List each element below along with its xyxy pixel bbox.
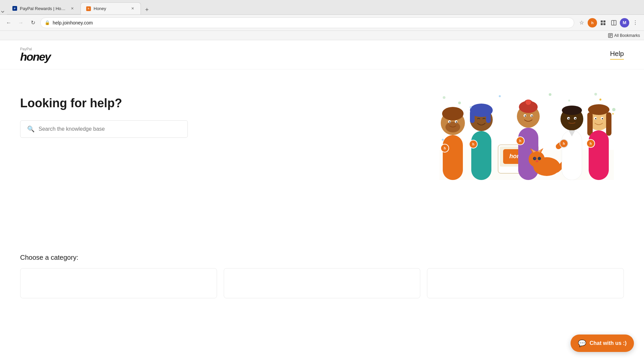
category-card-2[interactable]	[224, 268, 421, 298]
split-view-button[interactable]	[609, 18, 619, 27]
back-button[interactable]: ←	[4, 18, 13, 27]
chat-widget[interactable]: 💬 Chat with us :)	[571, 335, 634, 352]
bookmark-star-button[interactable]: ☆	[577, 18, 586, 27]
svg-text:h: h	[590, 142, 592, 145]
extensions-button[interactable]	[598, 18, 608, 27]
tab-paypal-favicon: P	[12, 6, 17, 11]
svg-point-70	[602, 118, 603, 119]
tab-list-dropdown[interactable]	[0, 9, 5, 14]
svg-point-74	[458, 102, 461, 104]
dot-2	[470, 106, 472, 108]
bottom-section: Choose a category:	[0, 244, 644, 308]
svg-point-77	[599, 99, 601, 101]
tab-honey-close[interactable]: ✕	[130, 6, 135, 11]
help-nav[interactable]: Help	[610, 50, 624, 60]
chat-label: Chat with us :)	[590, 340, 627, 346]
svg-point-35	[526, 100, 531, 105]
search-box[interactable]: 🔍	[20, 120, 188, 138]
svg-rect-1	[603, 20, 605, 22]
page-content: PayPal honey Help Looking for help? 🔍	[0, 40, 644, 362]
svg-rect-71	[589, 130, 609, 180]
address-bar-row: ← → ↻ 🔒 help.joinhoney.com ☆ h M ⋮	[0, 15, 644, 31]
svg-point-17	[456, 121, 457, 123]
svg-point-59	[575, 118, 576, 119]
svg-point-12	[442, 107, 464, 120]
svg-text:h: h	[444, 146, 446, 150]
honey-extension-button[interactable]: h	[588, 18, 597, 27]
svg-point-39	[531, 115, 533, 117]
tab-bar: P PayPal Rewards | Honey ✕ h Honey ✕ +	[0, 0, 644, 15]
tab-honey-label: Honey	[94, 6, 127, 11]
dot-5	[568, 100, 570, 102]
svg-rect-2	[601, 23, 603, 25]
hero-title: Looking for help?	[20, 96, 429, 110]
category-card-1[interactable]	[20, 268, 217, 298]
hero-section: Looking for help? 🔍	[0, 69, 644, 244]
new-tab-button[interactable]: +	[142, 5, 152, 14]
svg-rect-66	[606, 112, 611, 136]
dot-4	[612, 113, 614, 115]
search-icon: 🔍	[27, 125, 35, 133]
tab-honey-favicon: h	[86, 6, 91, 11]
honey-text: honey	[20, 51, 50, 62]
chat-icon: 💬	[578, 339, 586, 347]
svg-rect-25	[471, 131, 491, 180]
svg-point-69	[595, 118, 596, 119]
svg-text:h: h	[472, 142, 474, 146]
address-bar[interactable]: 🔒 help.joinhoney.com	[40, 17, 574, 28]
category-cards	[20, 268, 624, 298]
help-link[interactable]: Help	[610, 50, 624, 58]
more-options-button[interactable]: ⋮	[631, 18, 640, 27]
tab-paypal-label: PayPal Rewards | Honey	[20, 6, 67, 11]
svg-point-55	[562, 106, 582, 115]
svg-rect-23	[470, 110, 475, 123]
dot-1	[443, 96, 445, 99]
svg-rect-24	[486, 110, 491, 123]
category-card-3[interactable]	[427, 268, 624, 298]
svg-point-75	[499, 95, 501, 97]
lock-icon: 🔒	[45, 20, 50, 25]
bookmarks-bar: All Bookmarks	[0, 31, 644, 40]
svg-point-58	[568, 118, 570, 119]
svg-point-38	[525, 115, 526, 117]
all-bookmarks-button[interactable]: All Bookmarks	[608, 33, 640, 38]
honey-logo[interactable]: PayPal honey	[20, 47, 50, 62]
browser-window: P PayPal Rewards | Honey ✕ h Honey ✕ + ←…	[0, 0, 644, 362]
search-input[interactable]	[39, 126, 181, 132]
svg-point-78	[612, 108, 615, 111]
svg-point-45	[529, 151, 545, 167]
svg-rect-3	[603, 23, 605, 25]
tab-paypal-rewards[interactable]: P PayPal Rewards | Honey ✕	[7, 2, 80, 14]
all-bookmarks-label: All Bookmarks	[614, 33, 640, 38]
category-title: Choose a category:	[20, 254, 624, 261]
svg-rect-18	[443, 135, 463, 180]
svg-rect-65	[587, 112, 593, 136]
forward-button[interactable]: →	[16, 18, 25, 27]
svg-point-79	[442, 139, 444, 141]
profile-button[interactable]: M	[620, 18, 629, 27]
svg-point-52	[534, 158, 536, 159]
svg-rect-60	[562, 130, 582, 180]
toolbar-icons: ☆ h M ⋮	[577, 18, 640, 27]
dot-3	[594, 93, 597, 96]
hero-left: Looking for help? 🔍	[20, 89, 429, 138]
hero-illustration: h h	[429, 89, 624, 180]
svg-point-53	[536, 160, 538, 162]
reload-button[interactable]: ↻	[28, 18, 38, 27]
svg-text:h: h	[563, 142, 565, 145]
people-svg: h h	[433, 89, 621, 180]
svg-point-76	[549, 93, 551, 96]
help-underline	[610, 59, 624, 60]
svg-text:h: h	[519, 139, 521, 143]
svg-rect-0	[601, 20, 603, 22]
svg-point-16	[449, 121, 450, 123]
tab-paypal-close[interactable]: ✕	[69, 6, 75, 11]
svg-point-51	[538, 157, 541, 160]
site-header: PayPal honey Help	[0, 40, 644, 69]
address-text: help.joinhoney.com	[53, 20, 570, 25]
tab-honey[interactable]: h Honey ✕	[80, 2, 141, 14]
